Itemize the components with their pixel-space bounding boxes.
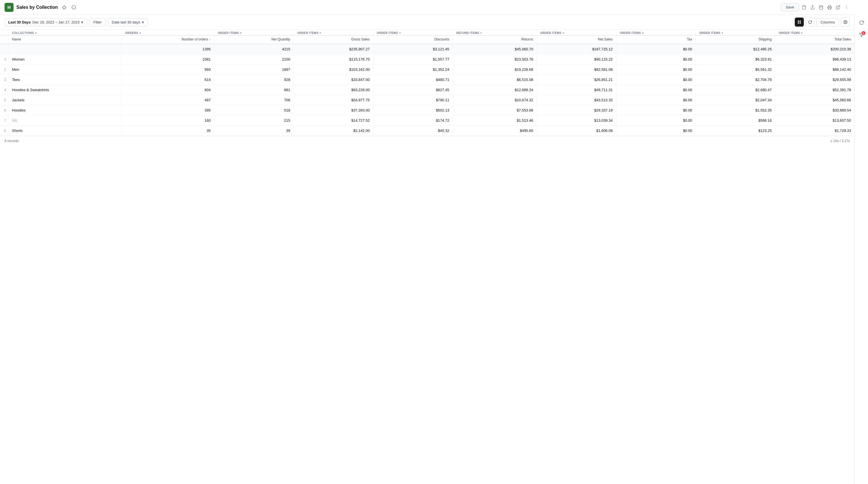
row-total-sales: $29,555.99	[775, 75, 855, 85]
page-title: Sales by Collection	[17, 5, 58, 10]
row-num: 3	[0, 75, 8, 85]
svg-rect-5	[819, 6, 823, 9]
col-header-net-sales[interactable]: Net Sales	[537, 35, 616, 44]
row-net-qty: 881	[214, 85, 294, 95]
row-tax: $0.00	[616, 54, 695, 64]
svg-point-12	[846, 7, 847, 8]
row-orders: 993	[122, 64, 214, 75]
favorite-button[interactable]	[61, 4, 68, 11]
columns-button[interactable]: Columns	[816, 18, 839, 26]
summary-discounts: $3,121.45	[373, 44, 453, 54]
filter-button[interactable]: Filter	[89, 18, 106, 26]
order-items-group-header-4[interactable]: ORDER ITEMS ▾	[537, 30, 616, 35]
row-name: NIL	[8, 115, 122, 126]
sidebar-refresh-icon[interactable]	[857, 18, 866, 27]
col-header-name[interactable]: Name	[8, 35, 122, 44]
settings-button[interactable]	[841, 18, 850, 27]
save-button[interactable]: Save	[781, 3, 799, 11]
row-tax: $0.00	[616, 126, 695, 136]
col-header-tax[interactable]: Tax	[616, 35, 695, 44]
row-net-qty: 2100	[214, 54, 294, 64]
order-items-group-header-2[interactable]: ORDER ITEMS ▾	[294, 30, 373, 35]
row-net-qty: 215	[214, 115, 294, 126]
summary-total-sales: $200,210.38	[775, 44, 855, 54]
date-preset-button[interactable]: Last 30 Days Dec 19, 2022 – Jan 17, 2023…	[4, 18, 87, 26]
row-net-sales: $1,606.08	[537, 126, 616, 136]
data-table: COLLECTIONS ▾ ORDERS ▾ ORDER ITEMS	[0, 30, 855, 136]
row-net-sales: $43,513.32	[537, 95, 616, 105]
svg-rect-14	[798, 21, 799, 22]
summary-gross-sales: $235,907.27	[294, 44, 373, 54]
row-tax: $0.00	[616, 115, 695, 126]
calendar-button[interactable]	[818, 4, 825, 11]
refresh-view-button[interactable]	[806, 18, 814, 27]
row-total-sales: $13,607.50	[775, 115, 855, 126]
row-returns: $1,513.46	[453, 115, 537, 126]
order-items-group-header-7[interactable]: ORDER ITEMS ▾	[775, 30, 855, 35]
row-name: Hoodies	[8, 105, 122, 115]
col-header-discounts[interactable]: Discounts	[373, 35, 453, 44]
order-items-group-header-5[interactable]: ORDER ITEMS ▾	[616, 30, 695, 35]
date-range-chevron-icon: ▾	[81, 20, 83, 24]
row-total-sales: $30,889.54	[775, 105, 855, 115]
row-returns: $495.60	[453, 126, 537, 136]
external-link-button[interactable]	[835, 4, 841, 11]
col-header-net-qty[interactable]: Net Quantity	[214, 35, 294, 44]
print-button[interactable]	[826, 4, 833, 11]
row-total-sales: $52,391.78	[775, 85, 855, 95]
svg-marker-0	[62, 5, 66, 9]
order-items-group-header-6[interactable]: ORDER ITEMS ▾	[696, 30, 775, 35]
row-num: 1	[0, 54, 8, 64]
summary-shipping: $12,485.25	[696, 44, 775, 54]
col-header-returns[interactable]: Returns	[453, 35, 537, 44]
date-filter-button[interactable]: Date last 30 days ▾	[108, 18, 147, 26]
row-tax: $0.00	[616, 85, 695, 95]
row-discounts: $480.71	[373, 75, 453, 85]
column-group-header-row: COLLECTIONS ▾ ORDERS ▾ ORDER ITEMS	[0, 30, 855, 35]
table-row: 3 Tees 614 928 $33,847.00 $480.71 $6,515…	[0, 75, 855, 85]
sidebar-filter-icon[interactable]: 1	[857, 31, 866, 39]
order-items-group-header-1[interactable]: ORDER ITEMS ▾	[214, 30, 294, 35]
refund-items-group-header[interactable]: REFUND ITEMS ▾	[453, 30, 537, 35]
share-button[interactable]	[809, 4, 816, 11]
more-menu-button[interactable]	[843, 4, 850, 11]
table-body: 1395 4215 $235,907.27 $3,121.45 $45,060.…	[0, 44, 855, 136]
svg-line-10	[838, 6, 840, 8]
column-sub-header-row: Name Number of orders ↑ Net Quantity Gro…	[0, 35, 855, 44]
row-gross-sales: $54,977.75	[294, 95, 373, 105]
export-icon-button[interactable]	[801, 4, 807, 11]
row-shipping: $2,680.47	[696, 85, 775, 95]
row-returns: $10,674.32	[453, 95, 537, 105]
row-num: 5	[0, 95, 8, 105]
row-name: Hoodies & Sweatshirts	[8, 85, 122, 95]
orders-group-chevron-icon: ▾	[140, 31, 141, 34]
col-header-gross-sales[interactable]: Gross Sales	[294, 35, 373, 44]
summary-row-num	[0, 44, 8, 54]
row-num: 4	[0, 85, 8, 95]
order-items-group-header-3[interactable]: ORDER ITEMS ▾	[373, 30, 453, 35]
date-range-value: Dec 19, 2022 – Jan 17, 2023	[32, 20, 80, 24]
refund-items-chevron-icon: ▾	[480, 31, 482, 34]
col-header-orders[interactable]: Number of orders ↑	[122, 35, 214, 44]
footer: 8 records ≤ 16s / 3.17s	[0, 136, 855, 146]
row-num-sub-header	[0, 35, 8, 44]
row-orders: 395	[122, 105, 214, 115]
order-items-5-chevron-icon: ▾	[642, 31, 644, 34]
collections-group-header[interactable]: COLLECTIONS ▾	[8, 30, 122, 35]
row-shipping: $2,704.78	[696, 75, 775, 85]
orders-group-header[interactable]: ORDERS ▾	[122, 30, 214, 35]
row-gross-sales: $37,393.00	[294, 105, 373, 115]
top-bar-right: Save	[781, 3, 850, 11]
col-header-total-sales[interactable]: Total Sales	[775, 35, 855, 44]
svg-rect-15	[800, 21, 801, 22]
col-header-shipping[interactable]: Shipping	[696, 35, 775, 44]
row-orders: 614	[122, 75, 214, 85]
row-num: 8	[0, 126, 8, 136]
row-total-sales: $1,729.33	[775, 126, 855, 136]
row-gross-sales: $33,847.00	[294, 75, 373, 85]
info-button[interactable]	[70, 4, 77, 11]
row-gross-sales: $115,176.75	[294, 54, 373, 64]
row-discounts: $790.11	[373, 95, 453, 105]
table-view-button[interactable]	[795, 18, 804, 27]
row-discounts: $1,352.24	[373, 64, 453, 75]
